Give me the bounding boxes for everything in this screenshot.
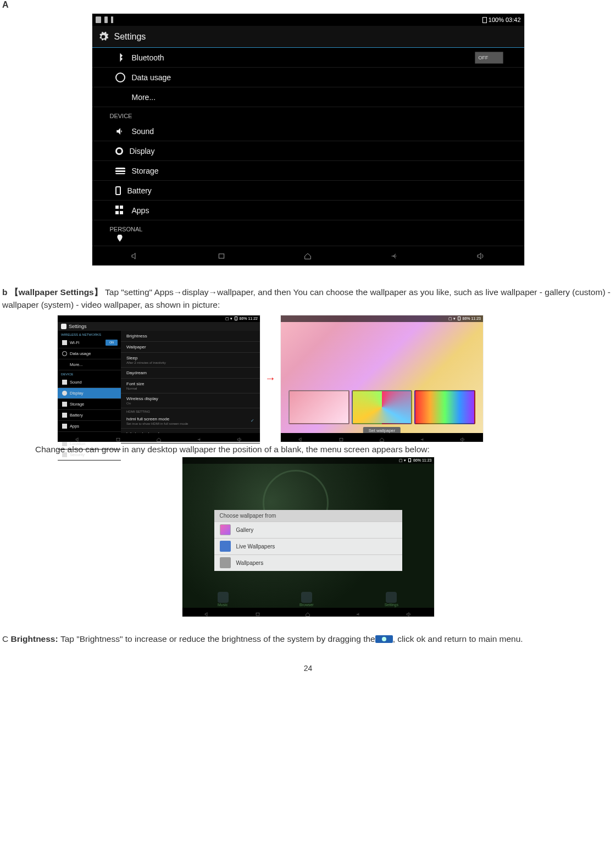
opt-sleep[interactable]: SleepAfter 2 minutes of inactivity xyxy=(121,353,260,368)
sidebar-sound[interactable]: Sound xyxy=(58,377,121,388)
bluetooth-toggle[interactable]: OFF xyxy=(475,52,503,64)
vol-up-icon[interactable] xyxy=(405,609,413,615)
chooser-opt-gallery[interactable]: Gallery xyxy=(214,521,402,538)
wallpaper-thumb[interactable] xyxy=(352,390,413,424)
settings-sidebar[interactable]: WIRELESS & NETWORKS Wi-FiON Data usage M… xyxy=(58,331,121,433)
home-icon[interactable] xyxy=(378,435,386,440)
settings-list[interactable]: Bluetooth OFF Data usage More... DEVICE … xyxy=(92,48,524,246)
hdmi-header: HDMI SETTING xyxy=(121,408,260,414)
nav-bar xyxy=(182,608,434,617)
sidebar-apps[interactable]: Apps xyxy=(58,421,121,432)
recent-icon[interactable] xyxy=(337,435,345,440)
category-device: DEVICE xyxy=(92,107,524,121)
display-settings-panel[interactable]: Brightness Wallpaper SleepAfter 2 minute… xyxy=(121,331,260,433)
wallpaper-thumbnails[interactable] xyxy=(288,390,475,424)
row-location-truncated[interactable] xyxy=(92,235,524,242)
section-c-text1: Tap "Brightness" to increase or reduce t… xyxy=(60,634,375,643)
opt-font[interactable]: Font sizeNormal xyxy=(121,379,260,393)
opt-hdmi-full[interactable]: hdmi full screen modeSet true to show HD… xyxy=(121,414,260,429)
cat-device: DEVICE xyxy=(58,370,121,377)
screenshot-display-settings: ▢ ▾86% 11:22 Settings WIRELESS & NETWORK… xyxy=(57,315,260,442)
dock-browser[interactable]: Browser xyxy=(299,592,314,607)
browser-icon xyxy=(301,592,312,603)
row-apps[interactable]: Apps xyxy=(92,201,524,220)
section-b-prefix: b xyxy=(2,287,10,297)
svg-rect-0 xyxy=(219,254,224,258)
recent-icon[interactable] xyxy=(114,435,122,440)
row-label: Sound xyxy=(132,127,154,136)
dock-settings[interactable]: Settings xyxy=(385,592,398,607)
recent-icon[interactable] xyxy=(254,609,262,615)
location-icon xyxy=(115,235,125,242)
sound-icon xyxy=(62,380,67,385)
opt-brightness[interactable]: Brightness xyxy=(121,331,260,342)
chooser-opt-live[interactable]: Live Wallpapers xyxy=(214,538,402,554)
usb-icon xyxy=(104,16,108,23)
home-icon[interactable] xyxy=(304,609,312,615)
spacer-icon xyxy=(115,92,125,102)
row-more[interactable]: More... xyxy=(92,87,524,107)
battery-item-icon xyxy=(115,186,121,195)
back-icon[interactable] xyxy=(389,252,400,260)
data-icon xyxy=(62,351,67,356)
wifi-toggle[interactable]: ON xyxy=(106,340,118,346)
home-icon[interactable] xyxy=(155,435,163,440)
home-icon[interactable] xyxy=(302,252,313,260)
svg-rect-3 xyxy=(256,613,259,615)
vol-down-icon[interactable] xyxy=(74,435,82,440)
vol-down-icon[interactable] xyxy=(203,609,211,615)
row-label: More... xyxy=(132,93,156,102)
gallery-icon xyxy=(220,524,231,535)
row-label: Apps xyxy=(132,206,149,215)
dock-music[interactable]: Music xyxy=(218,592,229,607)
opt-daydream[interactable]: Daydream xyxy=(121,368,260,379)
back-icon[interactable] xyxy=(419,435,426,440)
vol-down-icon[interactable] xyxy=(297,435,305,440)
sidebar-storage[interactable]: Storage xyxy=(58,399,121,410)
apps-icon xyxy=(62,424,67,429)
bracket-close: 】 xyxy=(94,287,103,297)
vol-up-icon[interactable] xyxy=(459,435,467,440)
screenshot-pair: ▢ ▾86% 11:22 Settings WIRELESS & NETWORK… xyxy=(57,315,614,442)
row-label: Bluetooth xyxy=(132,53,164,62)
sidebar-display[interactable]: Display xyxy=(58,388,121,399)
music-icon xyxy=(218,592,229,603)
svg-rect-1 xyxy=(116,438,120,441)
status-bar: ▢ ▾86% 11:23 xyxy=(182,457,434,464)
screenshot-settings-main: 100% 03:42 Settings Bluetooth OFF Data u… xyxy=(92,13,525,266)
wallpaper-chooser-dialog: Choose wallpaper from Gallery Live Wallp… xyxy=(214,510,402,571)
sidebar-more[interactable]: More... xyxy=(58,359,121,370)
row-display[interactable]: Display xyxy=(92,141,524,161)
row-label: Data usage xyxy=(132,73,171,82)
volume-up-icon[interactable] xyxy=(475,252,486,260)
brightness-slider-icon xyxy=(375,635,393,643)
arrow-icon: → xyxy=(264,372,277,385)
wallpaper-thumb[interactable] xyxy=(414,390,475,424)
sidebar-security[interactable]: Security xyxy=(58,450,121,460)
nav-bar xyxy=(92,246,524,265)
battery-icon xyxy=(482,17,487,23)
screenshot-chooser: ▢ ▾86% 11:23 Choose wallpaper from Galle… xyxy=(182,457,435,617)
back-icon[interactable] xyxy=(196,435,203,440)
recent-apps-icon[interactable] xyxy=(216,252,227,260)
opt-wallpaper[interactable]: Wallpaper xyxy=(121,342,260,353)
vol-up-icon[interactable] xyxy=(236,435,243,440)
sidebar-data-usage[interactable]: Data usage xyxy=(58,348,121,359)
row-sound[interactable]: Sound xyxy=(92,121,524,141)
volume-down-icon[interactable] xyxy=(130,252,141,260)
row-label: Display xyxy=(130,147,155,156)
chooser-opt-wallpapers[interactable]: Wallpapers xyxy=(214,554,402,571)
sidebar-wifi[interactable]: Wi-FiON xyxy=(58,337,121,348)
section-a-label: A xyxy=(2,0,614,10)
sidebar-battery[interactable]: Battery xyxy=(58,410,121,421)
back-icon[interactable] xyxy=(354,609,362,615)
row-storage[interactable]: Storage xyxy=(92,161,524,181)
section-b-title: wallpaper Settings xyxy=(19,287,94,297)
row-bluetooth[interactable]: Bluetooth OFF xyxy=(92,48,524,68)
row-battery[interactable]: Battery xyxy=(92,181,524,201)
wallpaper-thumb[interactable] xyxy=(288,390,349,424)
title-text: Settings xyxy=(114,32,146,42)
row-data-usage[interactable]: Data usage xyxy=(92,68,524,87)
wallpapers-icon xyxy=(220,557,231,568)
opt-wireless-display[interactable]: Wireless displayOn xyxy=(121,393,260,408)
